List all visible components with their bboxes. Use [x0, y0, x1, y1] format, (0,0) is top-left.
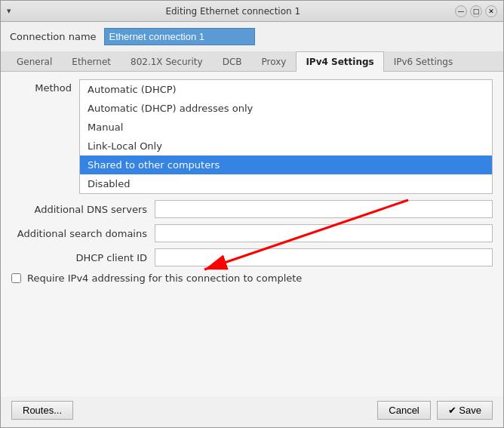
method-row: Method Automatic (DHCP) Automatic (DHCP)…	[11, 79, 493, 194]
method-dropdown-list: Automatic (DHCP) Automatic (DHCP) addres…	[79, 79, 493, 194]
require-ipv4-label: Require IPv4 addressing for this connect…	[27, 273, 302, 284]
tabs-bar: General Ethernet 802.1X Security DCB Pro…	[1, 51, 503, 72]
connection-name-label: Connection name	[10, 31, 97, 42]
routes-button[interactable]: Routes...	[11, 401, 73, 420]
dns-servers-label: Additional DNS servers	[11, 204, 147, 215]
search-domains-label: Additional search domains	[11, 228, 147, 239]
close-button[interactable]: ✕	[485, 5, 497, 17]
right-buttons: Cancel ✔ Save	[377, 401, 493, 420]
save-button[interactable]: ✔ Save	[437, 401, 493, 420]
tab-dcb[interactable]: DCB	[213, 51, 252, 72]
minimize-button[interactable]: —	[455, 5, 467, 17]
window-title: Editing Ethernet connection 1	[11, 6, 455, 17]
dhcp-client-input[interactable]	[155, 248, 493, 266]
dns-servers-input[interactable]	[155, 200, 493, 218]
method-option-2[interactable]: Manual	[80, 118, 492, 137]
window: ▾ Editing Ethernet connection 1 — □ ✕ Co…	[0, 0, 504, 428]
dhcp-client-row: DHCP client ID	[11, 248, 493, 266]
titlebar: ▾ Editing Ethernet connection 1 — □ ✕	[1, 1, 503, 22]
search-domains-input[interactable]	[155, 224, 493, 242]
method-option-3[interactable]: Link-Local Only	[80, 137, 492, 155]
tab-ipv4[interactable]: IPv4 Settings	[296, 51, 383, 72]
method-option-1[interactable]: Automatic (DHCP) addresses only	[80, 99, 492, 118]
bottom-buttons: Routes... Cancel ✔ Save	[1, 396, 503, 427]
search-domains-row: Additional search domains	[11, 224, 493, 242]
method-dropdown[interactable]: Automatic (DHCP) Automatic (DHCP) addres…	[79, 79, 493, 194]
connection-name-input[interactable]	[104, 28, 255, 45]
method-option-5[interactable]: Disabled	[80, 174, 492, 193]
titlebar-buttons: — □ ✕	[455, 5, 497, 17]
maximize-button[interactable]: □	[470, 5, 482, 17]
connection-name-row: Connection name	[1, 22, 503, 51]
require-ipv4-checkbox[interactable]	[11, 273, 21, 283]
main-area: Method Automatic (DHCP) Automatic (DHCP)…	[1, 72, 503, 427]
tab-ipv6[interactable]: IPv6 Settings	[384, 51, 463, 72]
dhcp-client-label: DHCP client ID	[11, 252, 147, 263]
method-option-4[interactable]: Shared to other computers	[80, 155, 492, 174]
method-label: Method	[11, 79, 72, 94]
dns-servers-row: Additional DNS servers	[11, 200, 493, 218]
content-area: Method Automatic (DHCP) Automatic (DHCP)…	[1, 72, 503, 396]
tab-proxy[interactable]: Proxy	[252, 51, 297, 72]
require-ipv4-row: Require IPv4 addressing for this connect…	[11, 273, 493, 284]
cancel-button[interactable]: Cancel	[377, 401, 430, 420]
tab-ethernet[interactable]: Ethernet	[62, 51, 121, 72]
tab-general[interactable]: General	[7, 51, 62, 72]
tab-8021x[interactable]: 802.1X Security	[121, 51, 213, 72]
method-option-0[interactable]: Automatic (DHCP)	[80, 80, 492, 99]
